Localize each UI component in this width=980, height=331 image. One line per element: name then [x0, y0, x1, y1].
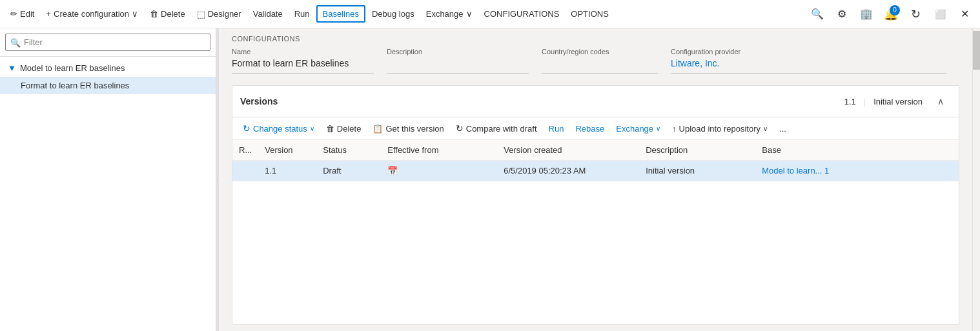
col-base[interactable]: Base — [755, 140, 959, 161]
create-icon: + — [46, 9, 51, 19]
config-header: CONFIGURATIONS Name Format to learn ER b… — [219, 28, 972, 79]
tree-parent-label: Model to learn ER baselines — [20, 63, 125, 73]
refresh-button[interactable]: ↻ — [905, 4, 926, 25]
versions-run-button[interactable]: Run — [544, 121, 569, 137]
provider-label: Configuration provider — [671, 48, 946, 55]
baselines-label: Baselines — [323, 9, 359, 19]
cell-version: 1.1 — [258, 161, 316, 181]
version-number: 1.1 — [844, 97, 856, 106]
version-name-text: Initial version — [873, 97, 923, 106]
designer-icon: ⬚ — [197, 9, 205, 19]
filter-input[interactable] — [5, 34, 210, 51]
refresh-icon: ↻ — [911, 7, 921, 21]
versions-run-label: Run — [549, 124, 564, 134]
notifications-wrapper[interactable]: 🔔 0 — [881, 4, 901, 25]
versions-collapse-button[interactable]: ∧ — [930, 91, 951, 112]
col-r: R... — [232, 140, 258, 161]
change-status-button[interactable]: ↻ Change status ∨ — [238, 120, 320, 137]
filter-icon: 🔍 — [10, 37, 21, 47]
tree-child-label: Format to learn ER baselines — [21, 81, 129, 90]
baselines-button[interactable]: Baselines — [316, 5, 365, 23]
col-status[interactable]: Status — [316, 140, 381, 161]
toolbar-right: 🔍 ⚙ 🏢 🔔 0 ↻ ⬜ ✕ — [807, 4, 975, 25]
sidebar: 🔍 ▼ Model to learn ER baselines Format t… — [0, 28, 216, 331]
get-this-version-button[interactable]: 📋 Get this version — [367, 121, 449, 137]
col-description[interactable]: Description — [639, 140, 755, 161]
restore-icon: ⬜ — [935, 9, 946, 19]
versions-header: Versions 1.1 | Initial version ∧ — [232, 86, 959, 117]
description-label: Description — [387, 48, 529, 55]
cell-description: Initial version — [639, 161, 755, 181]
col-version[interactable]: Version — [258, 140, 316, 161]
provider-value[interactable]: Litware, Inc. — [671, 58, 946, 74]
debug-logs-button[interactable]: Debug logs — [367, 6, 420, 21]
versions-exchange-button[interactable]: Exchange ∨ — [611, 121, 666, 137]
col-version-created[interactable]: Version created — [497, 140, 639, 161]
top-toolbar: ✏ Edit + Create configuration ∨ 🗑 Delete… — [0, 0, 980, 28]
search-button[interactable]: 🔍 — [807, 4, 828, 25]
versions-meta: 1.1 | Initial version ∧ — [844, 91, 951, 112]
right-scrollbar[interactable] — [972, 28, 980, 331]
upload-repo-button[interactable]: ↑ Upload into repository ∨ — [667, 121, 773, 137]
edit-button[interactable]: ✏ Edit — [5, 6, 39, 21]
tree-collapse-icon: ▼ — [8, 63, 16, 73]
exchange-button[interactable]: Exchange ∨ — [421, 6, 478, 21]
settings-button[interactable]: ⚙ — [832, 4, 852, 25]
rebase-label: Rebase — [575, 124, 604, 134]
designer-button[interactable]: ⬚ Designer — [192, 6, 247, 22]
calendar-icon[interactable]: 📅 — [387, 166, 398, 176]
config-description-field: Description — [387, 48, 529, 79]
designer-label: Designer — [208, 9, 241, 19]
exchange-label: Exchange — [426, 9, 464, 19]
office-button[interactable]: 🏢 — [856, 4, 877, 25]
search-icon: 🔍 — [811, 8, 824, 20]
config-name-field: Name Format to learn ER baselines — [232, 48, 374, 79]
tree-child-item[interactable]: Format to learn ER baselines — [0, 77, 216, 94]
cell-effective-from: 📅 — [381, 161, 497, 181]
create-config-button[interactable]: + Create configuration ∨ — [41, 6, 143, 21]
edit-icon: ✏ — [10, 9, 17, 19]
versions-toolbar: ↻ Change status ∨ 🗑 Delete 📋 Get this ve… — [232, 117, 959, 140]
versions-table: R... Version Status Effective from Versi… — [232, 140, 959, 181]
delete-icon: 🗑 — [150, 9, 158, 19]
settings-icon: ⚙ — [837, 8, 846, 20]
validate-button[interactable]: Validate — [248, 6, 288, 21]
upload-label: Upload into repository — [679, 124, 761, 134]
versions-delete-button[interactable]: 🗑 Delete — [321, 121, 367, 137]
sidebar-filter-area: 🔍 — [0, 28, 216, 57]
config-country-field: Country/region codes — [542, 48, 658, 79]
run-label: Run — [294, 9, 310, 19]
more-options-button[interactable]: ... — [774, 121, 791, 137]
sidebar-tree: ▼ Model to learn ER baselines Format to … — [0, 57, 216, 97]
more-label: ... — [779, 124, 786, 134]
filter-wrap: 🔍 — [5, 34, 210, 51]
compare-with-draft-button[interactable]: ↻ Compare with draft — [451, 120, 542, 137]
options-button[interactable]: OPTIONS — [566, 6, 614, 21]
validate-label: Validate — [253, 9, 283, 19]
exchange-chevron-icon: ∨ — [466, 9, 473, 19]
config-section-label: CONFIGURATIONS — [232, 35, 959, 43]
cell-base: Model to learn... 1 — [755, 161, 959, 181]
delete-button[interactable]: 🗑 Delete — [145, 6, 190, 21]
create-label: Create configuration — [54, 9, 129, 19]
scroll-thumb[interactable] — [973, 31, 980, 70]
name-label: Name — [232, 48, 374, 55]
change-status-icon: ↻ — [243, 123, 250, 134]
content-area: CONFIGURATIONS Name Format to learn ER b… — [219, 28, 972, 331]
edit-label: Edit — [20, 9, 34, 19]
configurations-button[interactable]: CONFIGURATIONS — [479, 6, 565, 21]
rebase-button[interactable]: Rebase — [570, 121, 609, 137]
office-icon: 🏢 — [860, 8, 873, 20]
col-effective-from[interactable]: Effective from — [381, 140, 497, 161]
chevron-down-icon: ∨ — [132, 9, 138, 19]
table-header-row: R... Version Status Effective from Versi… — [232, 140, 959, 161]
close-icon: ✕ — [961, 8, 969, 20]
restore-button[interactable]: ⬜ — [930, 4, 950, 25]
run-button[interactable]: Run — [289, 6, 315, 21]
versions-title: Versions — [240, 96, 844, 106]
upload-chevron-icon: ∨ — [763, 125, 768, 132]
cell-r — [232, 161, 258, 181]
table-row[interactable]: 1.1 Draft 📅 6/5/2019 05:20:23 AM Initial… — [232, 161, 959, 181]
tree-parent-item[interactable]: ▼ Model to learn ER baselines — [0, 59, 216, 77]
close-button[interactable]: ✕ — [954, 4, 975, 25]
